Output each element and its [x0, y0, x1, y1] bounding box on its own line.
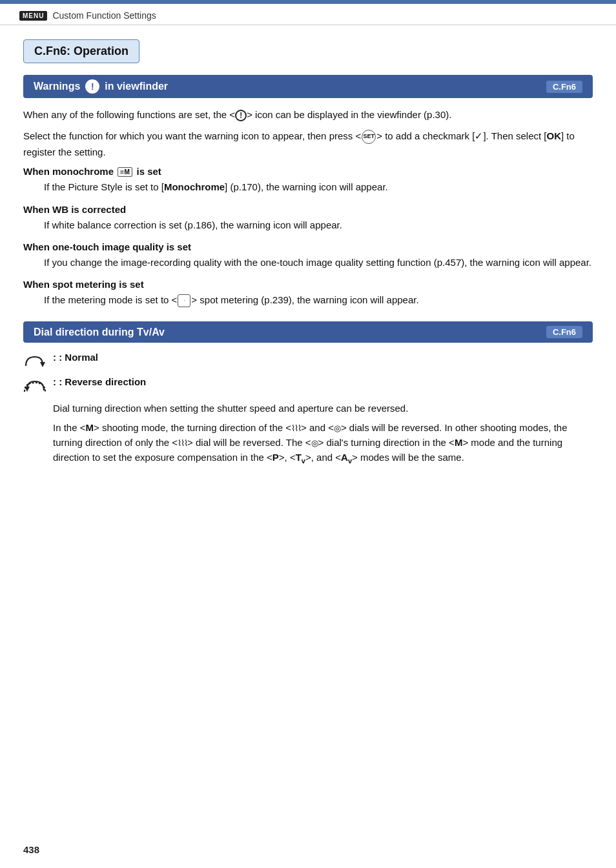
item-spot-body: If the metering mode is set to <·> spot …	[23, 292, 593, 307]
item-wb-body: If white balance correction is set (p.18…	[23, 217, 593, 232]
subsection2: Dial direction during Tv/Av C.Fn6 : : No…	[23, 321, 593, 467]
warnings-label: Warnings	[34, 81, 80, 92]
dial-reverse-row: : : Reverse direction	[23, 376, 593, 396]
page-content: C.Fn6: Operation Warnings ! in viewfinde…	[0, 25, 616, 483]
dot-icon: ·	[178, 294, 190, 307]
normal-arrow-svg	[23, 353, 46, 371]
dial-normal-row: : : Normal	[23, 352, 593, 371]
reverse-label: : : Reverse direction	[53, 376, 146, 387]
item-onetouch-body: If you change the image-recording qualit…	[23, 255, 593, 270]
reverse-dial-icon	[23, 378, 46, 396]
menu-icon: MENU	[19, 11, 47, 21]
ok-label: OK	[547, 130, 562, 141]
subsection2-header: Dial direction during Tv/Av C.Fn6	[23, 321, 593, 343]
subsection2-badge: C.Fn6	[546, 326, 582, 338]
warnings-suffix: in viewfinder	[105, 81, 168, 92]
subsection2-title: Dial direction during Tv/Av	[34, 327, 165, 338]
inline-warning-icon: !	[235, 110, 247, 121]
checkmark: ✓	[475, 131, 483, 141]
page-number: 438	[23, 844, 39, 855]
header-title: Custom Function Settings	[52, 10, 156, 21]
item-spot: When spot metering is set If the meterin…	[23, 279, 593, 307]
reverse-desc1: Dial turning direction when setting the …	[23, 401, 593, 416]
item-monochrome-body: If the Picture Style is set to [Monochro…	[23, 179, 593, 194]
section-title: C.Fn6: Operation	[23, 39, 139, 63]
item-onetouch-heading: When one-touch image quality is set	[23, 241, 593, 252]
item-spot-heading: When spot metering is set	[23, 279, 593, 290]
subsection1-badge: C.Fn6	[546, 81, 582, 93]
quick-dial-icon1: ◎	[334, 423, 341, 432]
svg-marker-0	[40, 362, 45, 367]
main-dial-icon1: ⌇⌇⌇	[291, 423, 301, 432]
intro-para2: Select the function for which you want t…	[23, 128, 593, 159]
intro-para1: When any of the following functions are …	[23, 107, 593, 122]
normal-dial-icon	[23, 353, 46, 371]
normal-label: : : Normal	[53, 352, 98, 363]
header-menu: MENU Custom Function Settings	[0, 4, 616, 25]
item-wb: When WB is corrected If white balance co…	[23, 204, 593, 232]
quick-dial-icon2: ◎	[311, 438, 318, 448]
subsection1-header: Warnings ! in viewfinder C.Fn6	[23, 75, 593, 98]
item-onetouch: When one-touch image quality is set If y…	[23, 241, 593, 270]
item-monochrome-heading: When monochrome ≡M is set	[23, 166, 593, 177]
reverse-arrow-svg	[23, 378, 46, 396]
set-icon: SET	[362, 130, 376, 144]
item-wb-heading: When WB is corrected	[23, 204, 593, 215]
warning-icon: !	[85, 79, 99, 94]
main-dial-icon2: ⌇⌇⌇	[178, 438, 187, 448]
mono-icon: ≡M	[118, 167, 132, 177]
item-monochrome: When monochrome ≡M is set If the Picture…	[23, 166, 593, 195]
subsection1-title: Warnings ! in viewfinder	[34, 79, 168, 94]
reverse-desc2: In the <M> shooting mode, the turning di…	[23, 420, 593, 467]
